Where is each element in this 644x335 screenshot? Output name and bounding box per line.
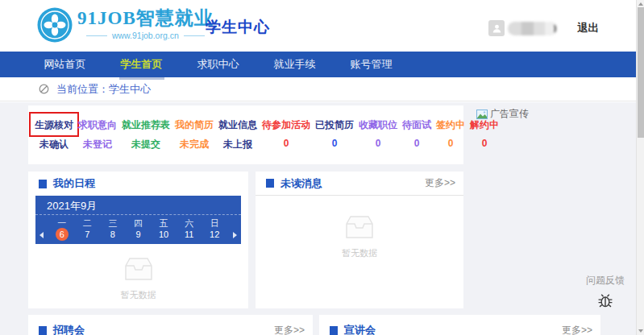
status-item[interactable]: 待面试0 [400, 116, 434, 164]
calendar-date[interactable]: 10 [151, 228, 177, 241]
schedule-title: 我的日程 [53, 176, 95, 191]
status-item[interactable]: 已投简历0 [313, 116, 356, 164]
feedback-widget[interactable]: 问题反馈 [579, 274, 632, 312]
scroll-down-arrow-icon[interactable] [638, 329, 643, 333]
user-area: 退出 [488, 19, 599, 37]
nav-item[interactable]: 就业手续 [256, 52, 333, 77]
calendar-date[interactable]: 12 [202, 228, 227, 241]
user-avatar-icon [488, 20, 505, 36]
ad-label: 广告宣传 [490, 107, 529, 121]
messages-empty-state: 暂无数据 [256, 213, 463, 259]
logout-button[interactable]: 退出 [577, 21, 599, 35]
calendar-divider [35, 214, 241, 215]
calendar-date-row: 6789101112 [49, 228, 227, 241]
logo-url: www.91job.org.cn [77, 31, 214, 40]
status-grid: 生源核对未确认求职意向未登记就业推荐表未提交我的简历未完成就业信息未上报待参加活… [28, 105, 463, 164]
scroll-up-arrow-icon[interactable] [638, 2, 643, 6]
calendar-date[interactable]: 11 [177, 228, 202, 241]
top-header: 91JOB智慧就业 www.91job.org.cn 学生中心 退出 [0, 0, 636, 52]
job-fair-more-link[interactable]: 更多>> [274, 324, 305, 335]
calendar: 2021年9月 一二三四五六日 6789101112 [35, 196, 241, 244]
prev-week-button[interactable] [39, 232, 44, 238]
section-marker-icon [266, 179, 274, 188]
empty-text: 暂无数据 [256, 247, 463, 259]
status-item[interactable]: 求职意向未登记 [76, 116, 119, 164]
feedback-label: 问题反馈 [579, 274, 632, 287]
nav-item[interactable]: 账号管理 [333, 52, 409, 77]
user-name-redacted [508, 22, 558, 35]
empty-inbox-icon [120, 255, 157, 283]
status-item[interactable]: 生源核对未确认 [32, 116, 76, 164]
info-session-title: 宣讲会 [344, 323, 376, 335]
page-title: 学生中心 [206, 17, 270, 38]
next-week-button[interactable] [233, 232, 237, 238]
status-overview-card: 生源核对未确认求职意向未登记就业推荐表未提交我的简历未完成就业信息未上报待参加活… [28, 105, 463, 164]
schedule-empty-state: 暂无数据 [28, 255, 248, 301]
main-nav: 网站首页学生首页求职中心就业手续账号管理 [0, 52, 636, 77]
logo[interactable]: 91JOB智慧就业 www.91job.org.cn [37, 7, 214, 43]
scrollbar-thumb[interactable] [638, 7, 644, 138]
status-item[interactable]: 签约中0 [434, 116, 467, 164]
bug-icon [596, 292, 614, 309]
scrollbar[interactable] [636, 0, 644, 335]
info-session-card: 宣讲会 更多>> [319, 315, 600, 335]
logo-text: 91JOB智慧就业 [77, 7, 214, 30]
info-session-more-link[interactable]: 更多>> [562, 324, 592, 335]
location-icon [39, 84, 49, 94]
messages-card: 未读消息 更多>> 暂无数据 [256, 172, 463, 308]
breadcrumb-label: 当前位置：学生中心 [56, 82, 151, 97]
calendar-month-label: 2021年9月 [47, 199, 97, 213]
status-item[interactable]: 待参加活动0 [260, 116, 313, 164]
breadcrumb: 当前位置：学生中心 [0, 77, 636, 101]
status-item[interactable]: 我的简历未完成 [172, 116, 216, 164]
job-fair-card: 招聘会 更多>> [28, 315, 313, 335]
calendar-date[interactable]: 8 [100, 228, 126, 241]
section-marker-icon [330, 326, 338, 335]
status-item[interactable]: 解约中0 [467, 116, 501, 164]
nav-item[interactable]: 求职中心 [180, 52, 256, 77]
nav-item[interactable]: 学生首页 [103, 52, 180, 77]
status-item[interactable]: 收藏职位0 [356, 116, 400, 164]
ad-banner[interactable]: 广告宣传 [476, 107, 529, 121]
schedule-card: 我的日程 2021年9月 一二三四五六日 6789101112 暂无数据 [28, 172, 248, 308]
job-fair-title: 招聘会 [53, 323, 85, 335]
status-item[interactable]: 就业信息未上报 [216, 116, 260, 164]
empty-text: 暂无数据 [28, 289, 248, 301]
broken-image-icon [476, 110, 488, 119]
messages-more-link[interactable]: 更多>> [425, 176, 455, 190]
selected-date[interactable]: 6 [56, 228, 69, 241]
logo-badge-icon [37, 7, 73, 43]
calendar-date[interactable]: 7 [75, 228, 101, 241]
section-marker-icon [39, 180, 47, 188]
calendar-date[interactable]: 9 [126, 228, 152, 241]
section-marker-icon [39, 326, 47, 335]
calendar-date[interactable]: 6 [49, 228, 75, 241]
messages-title: 未读消息 [280, 176, 322, 191]
highlight-box [29, 112, 79, 137]
status-item[interactable]: 就业推荐表未提交 [119, 116, 172, 164]
nav-item[interactable]: 网站首页 [27, 52, 103, 77]
empty-inbox-icon [341, 213, 378, 241]
